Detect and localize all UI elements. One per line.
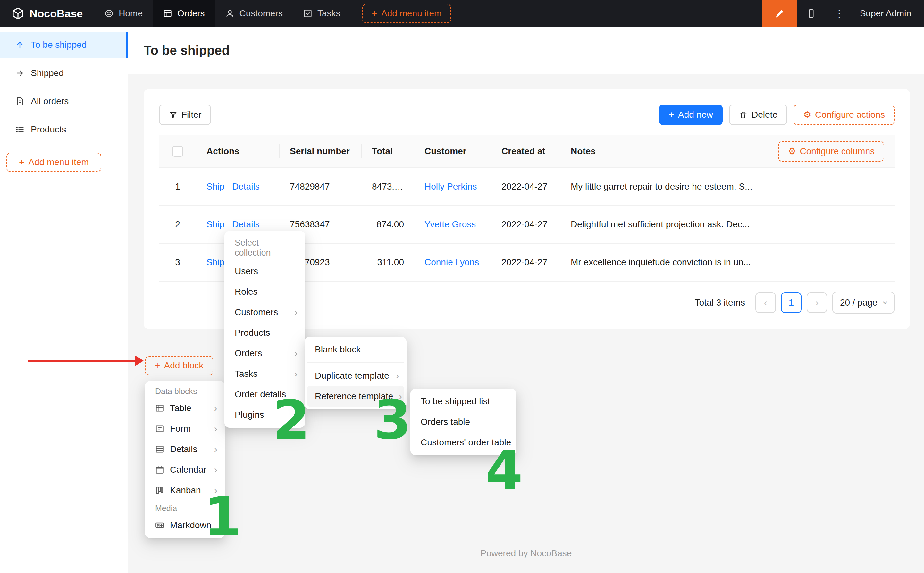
add-block-label: Add block <box>164 360 203 371</box>
sidebar-item-to-be-shipped[interactable]: To be shipped <box>0 32 128 58</box>
menu-item-roles[interactable]: Roles <box>227 282 303 302</box>
menu-item-label: Duplicate template <box>315 371 389 381</box>
menu-item-products[interactable]: Products <box>227 323 303 343</box>
page-title: To be shipped <box>144 43 230 58</box>
nav-item-label: Tasks <box>317 8 341 19</box>
column-header-created: Created at <box>491 135 560 168</box>
configure-actions-button[interactable]: ⚙ Configure actions <box>794 105 894 125</box>
prev-page-button[interactable]: ‹ <box>755 293 776 313</box>
annotation-step-3: 3 <box>374 393 411 447</box>
page-size-select[interactable]: 20 / page › <box>832 292 894 313</box>
cell-total: 8473.00 <box>362 168 414 205</box>
kanban-icon <box>155 486 164 495</box>
chevron-left-icon: ‹ <box>764 297 767 308</box>
highlighter-pen-icon <box>775 8 785 19</box>
nav-item-home[interactable]: Home <box>94 0 153 27</box>
menu-item-to-be-shipped-list[interactable]: To be shipped list <box>413 391 514 412</box>
customer-link[interactable]: Holly Perkins <box>424 182 477 191</box>
plus-icon: + <box>372 9 378 18</box>
menu-item-label: Users <box>235 266 258 276</box>
topbar-right: ⋮ Super Admin <box>762 0 924 27</box>
nav-item-customers[interactable]: Customers <box>215 0 293 27</box>
app-canvas: NocoBase Home Orders Customers <box>0 0 924 573</box>
delete-button[interactable]: Delete <box>729 105 787 125</box>
filter-button[interactable]: Filter <box>159 105 211 125</box>
current-user-name[interactable]: Super Admin <box>854 8 924 19</box>
cell-notes: My little garret repair to desire he est… <box>560 168 894 205</box>
ship-link[interactable]: Ship <box>206 257 224 267</box>
topbar-add-menu-item-button[interactable]: + Add menu item <box>362 4 452 23</box>
more-menu-button[interactable]: ⋮ <box>825 0 854 27</box>
select-all-checkbox[interactable] <box>172 146 183 157</box>
nav-item-tasks[interactable]: Tasks <box>293 0 351 27</box>
menu-item-label: Form <box>170 424 191 434</box>
ui-editor-toggle-button[interactable] <box>762 0 797 27</box>
page-number-button[interactable]: 1 <box>781 293 802 313</box>
customer-link[interactable]: Connie Lyons <box>424 257 479 267</box>
cell-customer: Yvette Gross <box>414 205 491 243</box>
menu-divider <box>307 362 404 363</box>
configure-columns-button[interactable]: ⚙ Configure columns <box>778 141 884 161</box>
next-page-button[interactable]: › <box>807 293 827 313</box>
table-header-row: Actions Serial number Total Customer Cre… <box>159 135 894 168</box>
layout: To be shipped Shipped All orders Product… <box>0 27 924 573</box>
page-header: To be shipped <box>128 27 924 74</box>
ship-link[interactable]: Ship <box>206 182 224 191</box>
add-block-button[interactable]: + Add block <box>145 356 213 375</box>
nocobase-logo-icon <box>11 7 24 20</box>
cell-notes: Delightful met sufficient projection ask… <box>560 205 894 243</box>
menu-item-label: To be shipped list <box>421 396 490 407</box>
details-icon <box>155 445 164 454</box>
chevron-right-icon: › <box>294 307 297 317</box>
brand[interactable]: NocoBase <box>0 0 94 27</box>
sidebar-item-label: All orders <box>31 96 69 106</box>
menu-item-details[interactable]: Details › <box>147 439 222 459</box>
menu-item-form[interactable]: Form › <box>147 418 222 439</box>
nav-item-label: Customers <box>239 8 283 19</box>
menu-item-blank-block[interactable]: Blank block <box>307 339 404 360</box>
add-menu-item-label: Add menu item <box>381 8 441 19</box>
add-new-button[interactable]: + Add new <box>659 105 723 125</box>
customers-icon <box>225 9 235 18</box>
row-index: 3 <box>159 243 196 281</box>
list-icon <box>16 125 24 134</box>
brand-name: NocoBase <box>30 7 83 20</box>
menu-item-users[interactable]: Users <box>227 261 303 282</box>
table-icon <box>155 404 164 413</box>
menu-item-duplicate-template[interactable]: Duplicate template› <box>307 366 404 386</box>
chevron-down-icon: › <box>881 301 890 304</box>
details-link[interactable]: Details <box>232 219 260 229</box>
tasks-icon <box>303 9 312 18</box>
nav-item-orders[interactable]: Orders <box>153 0 215 27</box>
menu-item-customers[interactable]: Customers› <box>227 302 303 323</box>
column-header-total: Total <box>362 135 414 168</box>
mobile-device-icon <box>806 9 816 18</box>
mobile-preview-button[interactable] <box>797 0 825 27</box>
customer-link[interactable]: Yvette Gross <box>424 219 476 229</box>
menu-item-label: Kanban <box>170 485 201 495</box>
cell-customer: Holly Perkins <box>414 168 491 205</box>
menu-item-orders[interactable]: Orders› <box>227 343 303 363</box>
notes-header-label: Notes <box>571 146 596 156</box>
cell-created-at: 2022-04-27 <box>491 168 560 205</box>
menu-item-tasks[interactable]: Tasks› <box>227 363 303 384</box>
gear-icon: ⚙ <box>788 147 796 156</box>
sidebar-item-label: Products <box>31 124 66 135</box>
details-link[interactable]: Details <box>232 182 260 191</box>
chevron-right-icon: › <box>214 403 217 413</box>
sidebar-item-shipped[interactable]: Shipped <box>0 60 128 86</box>
sidebar-item-all-orders[interactable]: All orders <box>0 89 128 114</box>
menu-item-calendar[interactable]: Calendar › <box>147 459 222 480</box>
menu-item-label: Calendar <box>170 465 206 475</box>
document-icon <box>16 97 24 106</box>
sidebar-add-menu-item-button[interactable]: + Add menu item <box>6 153 101 172</box>
menu-item-label: Blank block <box>315 344 361 355</box>
configure-actions-label: Configure actions <box>815 110 885 120</box>
menu-item-orders-table[interactable]: Orders table <box>413 412 514 432</box>
column-header-serial: Serial number <box>280 135 362 168</box>
cell-created-at: 2022-04-27 <box>491 205 560 243</box>
ship-link[interactable]: Ship <box>206 219 224 229</box>
sidebar-item-products[interactable]: Products <box>0 117 128 142</box>
menu-item-table[interactable]: Table › <box>147 398 222 418</box>
sidebar-add-menu-item: + Add menu item <box>6 153 117 172</box>
